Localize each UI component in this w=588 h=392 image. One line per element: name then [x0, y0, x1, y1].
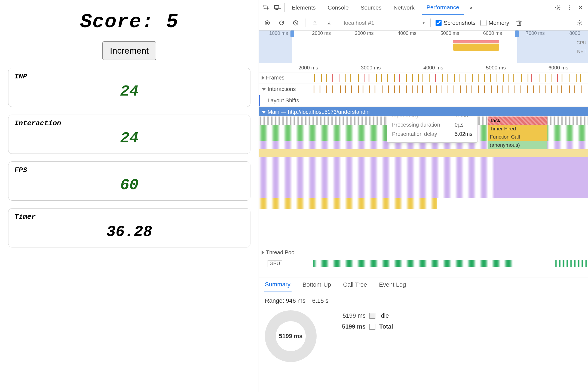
task-stack-item[interactable]: Timer Fired: [488, 125, 547, 133]
score-value: 5: [166, 11, 179, 33]
metric-card-interaction: Interaction 24: [8, 115, 250, 154]
legend-row: 5199 ms Total: [333, 321, 393, 332]
more-tabs-icon[interactable]: »: [466, 3, 476, 12]
timeline-marker: [552, 74, 552, 82]
metric-value: 36.28: [14, 223, 244, 241]
overview-long-task-marker: [453, 40, 499, 43]
devtools-pane: Elements Console Sources Network Perform…: [259, 0, 588, 392]
track-frames[interactable]: Frames: [259, 72, 588, 84]
timeline-marker: [545, 85, 546, 93]
screenshots-checkbox-input[interactable]: [436, 20, 442, 26]
timeline-marker: [576, 74, 577, 82]
timeline-marker: [528, 74, 528, 82]
timeline-marker: [471, 85, 472, 93]
timeline-marker: [345, 85, 346, 93]
timeline-marker: [562, 74, 562, 82]
timeline-marker: [557, 74, 558, 82]
timeline-marker: [429, 74, 430, 82]
perf-gear-icon[interactable]: [575, 18, 584, 27]
tab-event-log[interactable]: Event Log: [378, 277, 407, 292]
tick: 6000 ms: [483, 30, 502, 36]
metric-label: FPS: [14, 166, 244, 174]
track-interactions[interactable]: Interactions: [259, 84, 588, 95]
task-stack-item[interactable]: Task: [488, 117, 547, 125]
task-stack-item[interactable]: Function Call: [488, 133, 547, 141]
tab-console[interactable]: Console: [323, 0, 354, 15]
memory-checkbox-label: Memory: [489, 20, 509, 26]
timeline-marker: [533, 85, 534, 93]
tab-performance[interactable]: Performance: [422, 0, 464, 15]
legend-label: Total: [379, 323, 393, 330]
memory-checkbox[interactable]: Memory: [480, 20, 509, 26]
flame-chart[interactable]: Task Timer Fired Function Call (anonymou…: [259, 117, 588, 247]
timeline-marker: [326, 85, 327, 93]
timeline-marker: [574, 85, 575, 93]
reload-record-icon[interactable]: [277, 18, 286, 27]
detail-ruler[interactable]: 2000 ms 3000 ms 4000 ms 5000 ms 6000 ms: [259, 63, 588, 72]
track-layout-shifts[interactable]: Layout Shifts: [259, 95, 588, 107]
clear-icon[interactable]: [291, 18, 300, 27]
session-select[interactable]: localhost #1 ▼: [344, 20, 425, 26]
kebab-icon[interactable]: ⋮: [565, 3, 574, 12]
perf-toolbar: localhost #1 ▼ Screenshots Memory: [259, 15, 588, 30]
chevron-down-icon[interactable]: [262, 88, 266, 91]
svg-line-8: [294, 21, 297, 24]
tab-sources[interactable]: Sources: [356, 0, 387, 15]
gear-icon[interactable]: [553, 3, 562, 12]
download-icon[interactable]: [324, 18, 334, 27]
overview-shade-left: [259, 30, 292, 63]
metric-card-fps: FPS 60: [8, 161, 250, 201]
timeline-marker: [472, 74, 473, 82]
metric-card-timer: Timer 36.28: [8, 208, 250, 247]
record-icon[interactable]: [263, 18, 272, 27]
timeline-marker: [454, 85, 454, 93]
overview-timeline[interactable]: 1000 ms 2000 ms 3000 ms 4000 ms 5000 ms …: [259, 30, 588, 63]
screenshots-checkbox-label: Screenshots: [444, 20, 476, 26]
overview-handle-left[interactable]: [290, 30, 294, 37]
chevron-down-icon: ▼: [422, 21, 425, 25]
task-stack-item[interactable]: (anonymous): [488, 141, 547, 149]
timeline-marker: [394, 85, 395, 93]
timeline-marker: [490, 74, 491, 82]
tick: 3000 ms: [361, 65, 381, 71]
tab-network[interactable]: Network: [389, 0, 419, 15]
device-toggle-icon[interactable]: [273, 3, 282, 12]
tab-summary[interactable]: Summary: [264, 278, 292, 292]
tab-bottom-up[interactable]: Bottom-Up: [301, 277, 332, 292]
track-label: Frames: [266, 75, 284, 81]
close-icon[interactable]: ✕: [576, 3, 585, 12]
timeline-marker: [314, 74, 315, 82]
timeline-marker: [381, 74, 382, 82]
track-main[interactable]: Main — http://localhost:5173/understandi…: [259, 107, 588, 117]
memory-checkbox-input[interactable]: [480, 20, 486, 26]
overview-handle-right[interactable]: [515, 30, 519, 37]
track-gpu[interactable]: GPU: [259, 258, 588, 269]
metric-label: Timer: [14, 213, 244, 221]
metric-value: 24: [14, 83, 244, 100]
tab-elements[interactable]: Elements: [287, 0, 321, 15]
timeline-marker: [365, 74, 365, 82]
chevron-right-icon[interactable]: [262, 250, 264, 255]
tick: 4000 ms: [423, 65, 443, 71]
legend-swatch: [369, 324, 375, 330]
track-label: Layout Shifts: [268, 97, 299, 104]
track-thread-pool[interactable]: Thread Pool: [259, 247, 588, 258]
track-label: GPU: [268, 260, 282, 267]
inspect-icon[interactable]: [262, 3, 271, 12]
score-prefix: Score:: [80, 11, 166, 33]
increment-button[interactable]: Increment: [102, 41, 156, 60]
timeline-marker: [351, 85, 352, 93]
svg-rect-3: [279, 5, 281, 9]
timeline-marker: [569, 85, 570, 93]
timeline-marker: [527, 85, 528, 93]
timeline-marker: [326, 74, 327, 82]
session-select-label: localhost #1: [344, 20, 374, 26]
tab-call-tree[interactable]: Call Tree: [342, 277, 368, 292]
garbage-collect-icon[interactable]: [514, 18, 523, 27]
timeline-marker: [521, 74, 522, 82]
chevron-right-icon[interactable]: [262, 76, 264, 80]
timeline-marker: [350, 74, 351, 82]
upload-icon[interactable]: [310, 18, 320, 27]
chevron-down-icon[interactable]: [262, 111, 266, 114]
screenshots-checkbox[interactable]: Screenshots: [436, 20, 476, 26]
